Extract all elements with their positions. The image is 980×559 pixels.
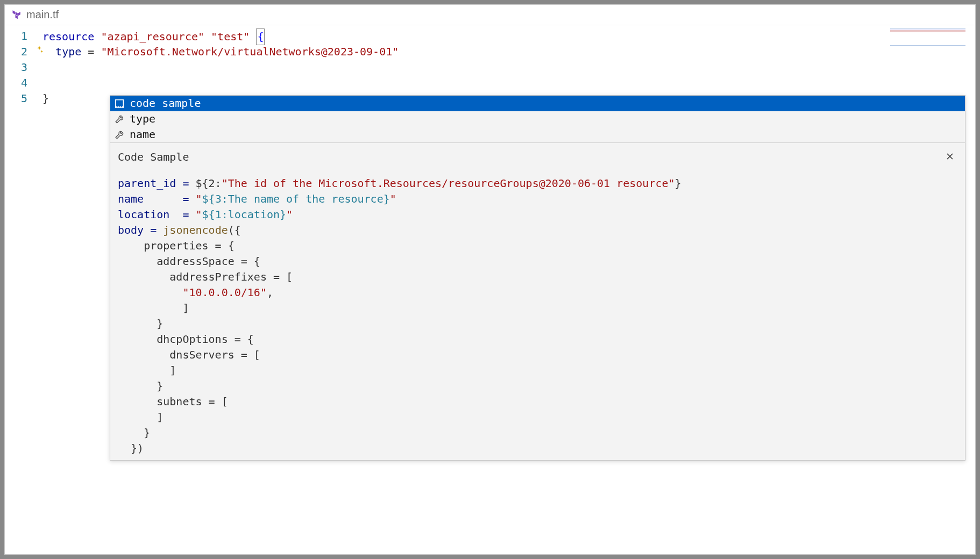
- wrench-icon: [115, 114, 124, 124]
- detail-line: parent_id = ${2:"The id of the Microsoft…: [118, 176, 957, 191]
- autocomplete-item-label: type: [130, 111, 155, 127]
- line-number: 4: [5, 75, 27, 91]
- autocomplete-item-name[interactable]: name: [110, 127, 965, 142]
- autocomplete-item-label: code sample: [130, 96, 201, 111]
- svg-marker-0: [13, 10, 15, 15]
- autocomplete-item-code-sample[interactable]: code sample: [110, 96, 965, 111]
- code-line[interactable]: type = "Microsoft.Network/virtualNetwork…: [42, 44, 975, 60]
- terraform-icon: [11, 10, 22, 20]
- detail-line: }): [118, 441, 957, 456]
- minimap[interactable]: [890, 28, 965, 44]
- detail-line: addressPrefixes = [: [118, 269, 957, 285]
- close-icon[interactable]: [942, 148, 957, 166]
- detail-line: ]: [118, 363, 957, 378]
- detail-line: ]: [118, 410, 957, 425]
- detail-body[interactable]: parent_id = ${2:"The id of the Microsoft…: [110, 170, 965, 460]
- matched-brace: {: [256, 28, 265, 45]
- code-line[interactable]: [42, 60, 975, 75]
- line-number-gutter: 1 2 3 4 5: [5, 25, 42, 554]
- detail-line: }: [118, 316, 957, 332]
- file-tab-label: main.tf: [26, 9, 59, 21]
- autocomplete-list: code sample type name: [110, 96, 965, 142]
- detail-line: name = "${3:The name of the resource}": [118, 191, 957, 207]
- line-number: 2: [5, 44, 27, 60]
- snippet-icon: [115, 99, 124, 109]
- file-tab[interactable]: main.tf: [11, 9, 59, 21]
- detail-line: properties = {: [118, 238, 957, 254]
- detail-line: addressSpace = {: [118, 254, 957, 269]
- code-line[interactable]: [42, 75, 975, 91]
- autocomplete-item-label: name: [130, 127, 155, 142]
- editor-body: 1 2 3 4 5 resource "azapi_resource" "tes…: [5, 25, 975, 554]
- detail-line: dnsServers = [: [118, 347, 957, 363]
- detail-line: subnets = [: [118, 394, 957, 410]
- detail-line: "10.0.0.0/16",: [118, 285, 957, 300]
- detail-line: dhcpOptions = {: [118, 332, 957, 347]
- wrench-icon: [115, 130, 124, 140]
- autocomplete-item-type[interactable]: type: [110, 111, 965, 127]
- line-number: 5: [5, 91, 27, 106]
- detail-line: location = "${1:location}": [118, 207, 957, 223]
- detail-header: Code Sample: [110, 142, 965, 170]
- tab-bar: main.tf: [5, 5, 975, 25]
- detail-line: body = jsonencode({: [118, 223, 957, 238]
- detail-line: }: [118, 425, 957, 441]
- detail-title: Code Sample: [118, 149, 189, 165]
- code-line[interactable]: resource "azapi_resource" "test" {: [42, 28, 975, 44]
- line-number: 3: [5, 60, 27, 75]
- code-area[interactable]: resource "azapi_resource" "test" { type …: [42, 25, 975, 554]
- autocomplete-popup: code sample type name: [110, 95, 965, 461]
- detail-line: }: [118, 378, 957, 394]
- editor-frame: main.tf 1 2 3 4 5 resource "azapi_resour…: [4, 4, 976, 555]
- detail-line: ]: [118, 300, 957, 316]
- sparkle-icon: [35, 42, 44, 51]
- svg-marker-2: [18, 12, 20, 16]
- line-number: 1: [5, 28, 27, 44]
